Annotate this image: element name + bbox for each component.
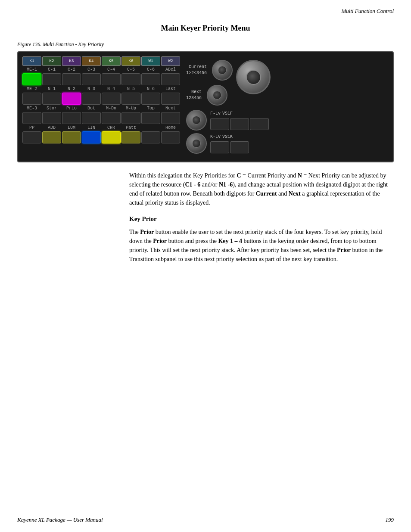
btn-vs1k-1[interactable] (210, 141, 229, 153)
label-lum: LUM (62, 125, 81, 130)
next-label: Next (191, 89, 202, 95)
label-next: Next (161, 106, 180, 111)
prio-row-group: ME-3 Stor Prio Bot M-Dn M-Up Top Next (22, 106, 180, 124)
n-label-row: ME-2 N-1 N-2 N-3 N-4 N-5 N-6 Last (22, 87, 180, 91)
next-knob[interactable] (207, 85, 227, 106)
next-digipot-row: Next 123456 (186, 85, 233, 106)
prio-label-row: ME-3 Stor Prio Bot M-Dn M-Up Top Next (22, 106, 180, 111)
page-footer: Kayenne XL Package — User Manual 199 (0, 516, 411, 523)
btn-bot[interactable] (82, 112, 101, 124)
key-w1[interactable]: W1 (141, 56, 160, 66)
label-n6: N-6 (141, 87, 160, 91)
prio-btn-row (22, 112, 180, 124)
key-w2[interactable]: W2 (161, 56, 180, 66)
btn-adel[interactable] (161, 73, 180, 85)
btn-mup[interactable] (121, 112, 140, 124)
current-knob-inner (218, 66, 227, 75)
paragraph1: Within this delegation the Key Prioritie… (129, 171, 394, 207)
btn-c6[interactable] (141, 73, 160, 85)
large-knob[interactable] (236, 60, 271, 94)
label-c5: C-5 (121, 67, 140, 72)
c-row-group: ME-1 C-1 C-2 C-3 C-4 C-5 C-6 ADel (22, 67, 180, 85)
key-k2[interactable]: K2 (42, 56, 61, 66)
key-k4[interactable]: K4 (82, 56, 101, 66)
btn-me1[interactable] (22, 73, 41, 85)
next-value: 123456 (186, 95, 202, 101)
btn-stor[interactable] (42, 112, 61, 124)
n-row-group: ME-2 N-1 N-2 N-3 N-4 N-5 N-6 Last (22, 87, 180, 105)
panel-left: K1 K2 K3 K4 K5 K6 W1 W2 ME-1 C-1 C-2 C-3… (22, 56, 180, 157)
page-title: Main Keyer Priority Menu (0, 24, 411, 33)
btn-vs1f-3[interactable] (250, 118, 269, 130)
para1-bold6: Next (289, 190, 301, 197)
pp-btn-row (22, 131, 180, 143)
label-c1: C-1 (42, 67, 61, 72)
btn-n1[interactable] (42, 93, 61, 105)
c-btn-row (22, 73, 180, 85)
key-k5[interactable]: K5 (102, 56, 121, 66)
header-title: Multi Function Control (341, 8, 394, 14)
label-top: Top (141, 106, 160, 111)
btn-vs1f-2[interactable] (230, 118, 249, 130)
current-value: 1>2<3456 (186, 70, 207, 76)
btn-n4[interactable] (102, 93, 121, 105)
btn-vs1f-1[interactable] (210, 118, 229, 130)
btn-blank2[interactable] (141, 131, 160, 143)
btn-home[interactable] (161, 131, 180, 143)
btn-c3[interactable] (82, 73, 101, 85)
label-c3: C-3 (82, 67, 101, 72)
btn-pp[interactable] (22, 131, 41, 143)
btn-prio[interactable] (62, 112, 81, 124)
footer-right: 199 (386, 516, 394, 523)
btn-chr[interactable] (102, 131, 121, 143)
label-me1: ME-1 (22, 67, 41, 72)
key-k3[interactable]: K3 (62, 56, 81, 66)
btn-last[interactable] (161, 93, 180, 105)
btn-vs1k-2[interactable] (230, 141, 249, 153)
btn-c1[interactable] (42, 73, 61, 85)
key-k1[interactable]: K1 (22, 56, 41, 66)
btn-n6[interactable] (141, 93, 160, 105)
klv-knob[interactable] (186, 133, 207, 154)
pp-row-group: PP ADD LUM LIN CHR Patt Home (22, 125, 180, 143)
klv-label: K-Lv (210, 134, 221, 140)
panel-right: Current 1>2<3456 Next 123456 (184, 56, 296, 157)
btn-c2[interactable] (62, 73, 81, 85)
label-stor: Stor (42, 106, 61, 111)
label-bot: Bot (82, 106, 101, 111)
btn-lin[interactable] (82, 131, 101, 143)
label-c4: C-4 (102, 67, 121, 72)
current-label: Current (189, 64, 207, 70)
key-k6[interactable]: K6 (121, 56, 140, 66)
page-header: Multi Function Control (341, 8, 394, 15)
klv-controls: K-Lv VS1K (186, 133, 249, 154)
section-heading: Key Prior (129, 214, 394, 224)
paragraph2: The Prior button enable the user to set … (129, 227, 394, 264)
btn-next-prio[interactable] (161, 112, 180, 124)
btn-patt[interactable] (121, 131, 140, 143)
current-knob[interactable] (212, 60, 233, 81)
btn-c5[interactable] (121, 73, 140, 85)
label-c2: C-2 (62, 67, 81, 72)
label-mup: M-Up (121, 106, 140, 111)
flv-knob[interactable] (186, 110, 207, 131)
label-c6: C-6 (141, 67, 160, 72)
label-blank (141, 125, 160, 130)
bottom-controls: F-Lv VS1F (186, 110, 269, 131)
btn-me3[interactable] (22, 112, 41, 124)
para2-bold3: Key 1 – 4 (218, 238, 242, 244)
btn-n2[interactable] (62, 93, 81, 105)
para1-mid3: and/or (200, 181, 219, 188)
btn-c4[interactable] (102, 73, 121, 85)
para2-bold1: Prior (140, 229, 154, 235)
btn-top[interactable] (141, 112, 160, 124)
btn-n5[interactable] (121, 93, 140, 105)
btn-lum[interactable] (62, 131, 81, 143)
btn-n3[interactable] (82, 93, 101, 105)
btn-me2[interactable] (22, 93, 41, 105)
label-home: Home (161, 125, 180, 130)
label-n3: N-3 (82, 87, 101, 91)
btn-add[interactable] (42, 131, 61, 143)
right-top-section: Current 1>2<3456 Next 123456 (186, 60, 293, 106)
btn-mdn[interactable] (102, 112, 121, 124)
